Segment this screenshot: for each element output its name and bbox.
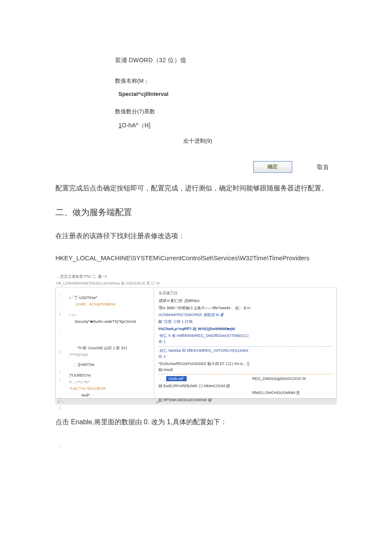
value-data-rest: O-hA^（H] xyxy=(122,122,150,129)
dialog-title-pre: 装浦 xyxy=(115,57,129,63)
reg-status-left: c ' : xyxy=(55,399,71,405)
reg-cell: -斡匚 h 省 nMflIfnfriiMREG_DWDflDDwOOTWBO1口… xyxy=(159,333,252,345)
tree-item[interactable]: i>Hngnopp xyxy=(69,352,154,358)
reg-selected-type: REG_DWDt1DjjdXKOCOOO M xyxy=(252,376,329,382)
value-data-label: 数值数分(7)基数 xyxy=(115,107,337,116)
radix-decimal-option[interactable]: 佥十进制(9) xyxy=(183,137,337,146)
reg-cell: 础 EwELRFmREBJWK 口 MMmCOOM 皓 xyxy=(159,383,252,389)
reg-caption-text: ，交文立龙知玄?*/U-二. 曼一t xyxy=(56,274,107,279)
reg-values-panel[interactable]: 名弃建工往 摆律 rt 配仁挖. 想婶#&si 理ni 3Mbl □倍斯她小上捡… xyxy=(154,288,336,398)
tree-item[interactable]: . : ||>iWTSw xyxy=(74,362,154,368)
reg-cell: nChtMriMrRtG^DWORDh 朋跄前 M 番 xyxy=(159,312,252,318)
reg-caption: ，交文立龙知玄?*/U-二. 曼一t xyxy=(56,273,337,279)
ok-button[interactable]: 确定 xyxy=(253,161,292,173)
reg-row-selected[interactable]: ．．irsab-sd* REG_DWDt1DjjdXKOCOOO M xyxy=(159,376,332,382)
tree-expand-marks: i,tliiljffilij xyxy=(59,291,66,395)
reg-tree-panel[interactable]: i,tliiljffilij i「丁 Ui32TiHw^ iJceM、&CKij… xyxy=(56,288,154,398)
tree-item[interactable]: *LwC'*>s.>liv1CBCM xyxy=(69,386,154,392)
tree-item[interactable]: i「丁 Ui32TiHw^ xyxy=(69,295,154,301)
value-name-label: 数值名称(M； xyxy=(115,77,337,86)
registry-path: HKEY_LOCAL_MACHINE\SYSTEM\CurrentControl… xyxy=(55,253,337,263)
tree-item[interactable]: I <« xyxy=(69,313,154,319)
dialog-title: 装浦 DWORD（32 位）值 xyxy=(115,55,337,65)
reg-cell: 理ni 3Mbl □倍斯她小上捡片——ftfe^eweM-、此〉 B H xyxy=(159,305,252,311)
edit-dword-dialog: 装浦 DWORD（32 位）值 数值名称(M； Special^cjllInte… xyxy=(55,55,337,173)
tree-item[interactable]: Security^■IlIurfrc-wideTSj^ttpCKrnnt xyxy=(75,319,154,325)
value-data-field[interactable]: 1O-hA^（H] xyxy=(118,121,337,130)
tree-item[interactable]: 'Tri 昕 UUucNE 山叩 1 第 31't xyxy=(77,345,154,351)
cancel-button[interactable]: 取首 xyxy=(317,162,329,172)
reg-selected-name: irsab-sd* xyxy=(166,376,187,381)
tree-item[interactable]: iJceM、&CKijrrrImiljmw xyxy=(75,302,154,308)
reg-cell: 摆律 rt 配仁挖. 想婶#&si xyxy=(159,298,252,304)
reg-cell: *DUhUineREGtXFMJSIDEZ 帖斗田 ET 口口 t%-d』立銅 … xyxy=(159,361,252,373)
tree-item[interactable]: (*UUtilDCrvc xyxy=(69,373,154,379)
reg-col-header: 名弃建工往 xyxy=(159,290,332,296)
reg-cell: 挝 Rf^DWCMDDuDOXMXW 秘 xyxy=(159,397,252,403)
value-data-underline: 1 xyxy=(118,122,122,129)
paragraph-enable: 点击 Enable,将里面的数据由 0. 改为 1,具体的配置如下： xyxy=(55,417,337,428)
dialog-title-en: DWORD（32 位）值 xyxy=(129,57,187,63)
heading-server-config: 二、做为服务端配置 xyxy=(55,205,337,219)
reg-cell: 敝 '汉里 小饺 1 打纳 xyxy=(159,319,252,325)
reg-cell: t%ChwiLp^nqRff?-社 WVEQDwWMWl■qW xyxy=(159,326,252,332)
paragraph-config-done: 配置完成后点击确定按钮即可，配置完成，进行测似，确定时间能够跟随服务器进行配置。 xyxy=(55,181,337,195)
registry-editor-screenshot: ，交文立龙知玄?*/U-二. 曼一t H¥_LDWJWMUNE'EMJZu,ra… xyxy=(55,273,337,405)
value-name-field[interactable]: Special^cjllInterval xyxy=(118,90,337,99)
tree-item[interactable]: i> ,.>TC'Te* xyxy=(69,380,154,385)
reg-menu-bar: H¥_LDWJWMUNE'EMJZu,rarVortraa @ A321itvE… xyxy=(56,280,337,286)
tree-item[interactable]: Mull* xyxy=(81,393,154,399)
reg-cell: RfeEG.OWOHDUOMMM 亚 xyxy=(252,390,329,396)
paragraph-find-reg: 在注册表的该路径下找到注册表修改选项： xyxy=(55,229,337,243)
reg-cell: -好匚 h&Wtai 田 bflEIKHMREG_rr¥TORD>0(X1X00… xyxy=(159,348,252,360)
